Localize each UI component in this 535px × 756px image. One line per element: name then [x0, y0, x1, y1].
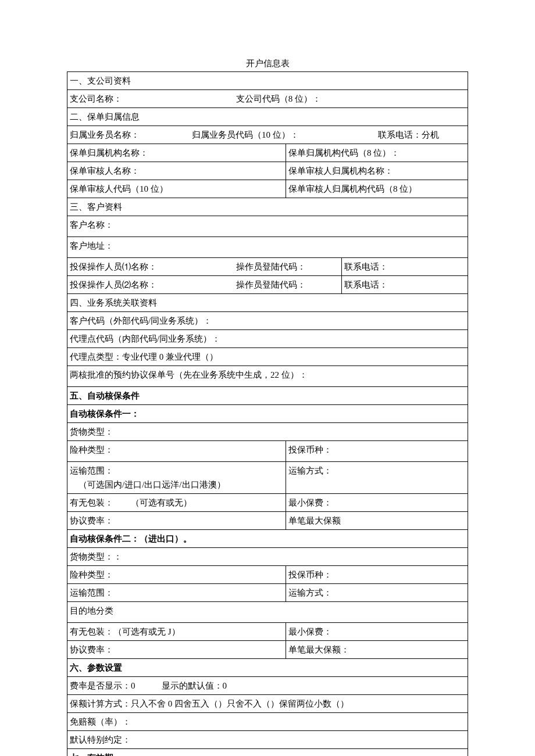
- operator1-phone-label: 联系电话：: [342, 258, 468, 276]
- branch-code-label: 支公司代码（8 位）：: [234, 90, 468, 108]
- section-4-heading: 四、业务系统关联资料: [67, 294, 468, 312]
- rate-display-label: 费率是否显示：0 显示的默认值：0: [67, 677, 468, 695]
- policy-number-label: 两核批准的预约协议保单号（先在业务系统中生成，22 位）：: [67, 366, 468, 387]
- calc-method-label: 保额计算方式：只入不舍 0 四舍五入（）只舍不入（）保留两位小数（）: [67, 695, 468, 713]
- section-1-heading: 一、支公司资料: [67, 72, 468, 90]
- operator2-phone-label: 联系电话：: [342, 276, 468, 294]
- policy-org-code-label: 保单归属机构代码（8 位）：: [286, 144, 468, 162]
- section-3-heading: 三、客户资料: [67, 198, 468, 216]
- c1-rate-label: 协议费率：: [67, 512, 286, 530]
- customer-address-label: 客户地址：: [67, 237, 468, 258]
- section-6-heading: 六、参数设置: [67, 659, 468, 677]
- policy-org-name-label: 保单归属机构名称：: [67, 144, 286, 162]
- operator2-name-label: 投保操作人员⑵名称：: [67, 276, 234, 294]
- owner-code-label: 归属业务员代码（10 位）：: [192, 128, 378, 142]
- section-5-heading: 五、自动核保条件: [67, 387, 468, 405]
- form-table: 一、支公司资料 支公司名称： 支公司代码（8 位）： 二、保单归属信息 归属业务…: [67, 71, 468, 756]
- c2-destination-label: 目的地分类: [67, 602, 468, 623]
- c1-packaging-label: 有无包装： （可选有或无）: [67, 494, 286, 512]
- c2-packaging-label: 有无包装：（可选有或无 J）: [67, 623, 286, 641]
- c2-insurance-type-label: 险种类型：: [67, 566, 286, 584]
- reviewer-code-label: 保单审核人代码（10 位）: [67, 180, 286, 198]
- customer-code-label: 客户代码（外部代码/同业务系统）：: [67, 312, 468, 330]
- c2-currency-label: 投保币种：: [286, 566, 468, 584]
- c1-max-label: 单笔最大保额: [286, 512, 468, 530]
- page-title: 开户信息表: [67, 58, 468, 69]
- c2-max-label: 单笔最大保额：: [286, 641, 468, 659]
- reviewer-name-label: 保单审核人名称：: [67, 162, 286, 180]
- operator1-name-label: 投保操作人员⑴名称：: [67, 258, 234, 276]
- section-2-heading: 二、保单归属信息: [67, 108, 468, 126]
- special-agreement-label: 默认特别约定：: [67, 731, 468, 749]
- c2-method-label: 运输方式：: [286, 584, 468, 602]
- c1-cargo-type-label: 货物类型：: [67, 423, 468, 441]
- customer-name-label: 客户名称：: [67, 216, 468, 237]
- c1-insurance-type-label: 险种类型：: [67, 441, 286, 462]
- condition-2-heading: 自动核保条件二：（进出口）。: [67, 530, 468, 548]
- c2-cargo-type-label: 货物类型：：: [67, 548, 468, 566]
- c2-minfee-label: 最小保费：: [286, 623, 468, 641]
- owner-phone-label: 联系电话：分机: [378, 128, 439, 142]
- c1-currency-label: 投保币种：: [286, 441, 468, 462]
- branch-name-label: 支公司名称：: [67, 90, 234, 108]
- reviewer-org-name-label: 保单审核人归属机构名称：: [286, 162, 468, 180]
- c1-method-label: 运输方式：: [286, 462, 468, 494]
- condition-1-heading: 自动核保条件一：: [67, 405, 468, 423]
- owner-name-label: 归属业务员名称：: [70, 128, 192, 142]
- c1-scope-label: 运输范围： （可选国内/进口/出口远洋/出口港澳）: [67, 462, 286, 494]
- section-7-heading: 七、有效期：: [67, 749, 468, 757]
- c2-rate-label: 协议费率：: [67, 641, 286, 659]
- c2-scope-label: 运输范围：: [67, 584, 286, 602]
- operator2-code-label: 操作员登陆代码：: [234, 276, 342, 294]
- c1-minfee-label: 最小保费：: [286, 494, 468, 512]
- agent-code-label: 代理点代码（内部代码/同业务系统）：: [67, 330, 468, 348]
- owner-row: 归属业务员名称： 归属业务员代码（10 位）： 联系电话：分机: [67, 126, 468, 144]
- operator1-code-label: 操作员登陆代码：: [234, 258, 342, 276]
- deductible-label: 免赔额（率）：: [67, 713, 468, 731]
- reviewer-org-code-label: 保单审核人归属机构代码（8 位）: [286, 180, 468, 198]
- agent-type-label: 代理点类型：专业代理 0 兼业代理（）: [67, 348, 468, 366]
